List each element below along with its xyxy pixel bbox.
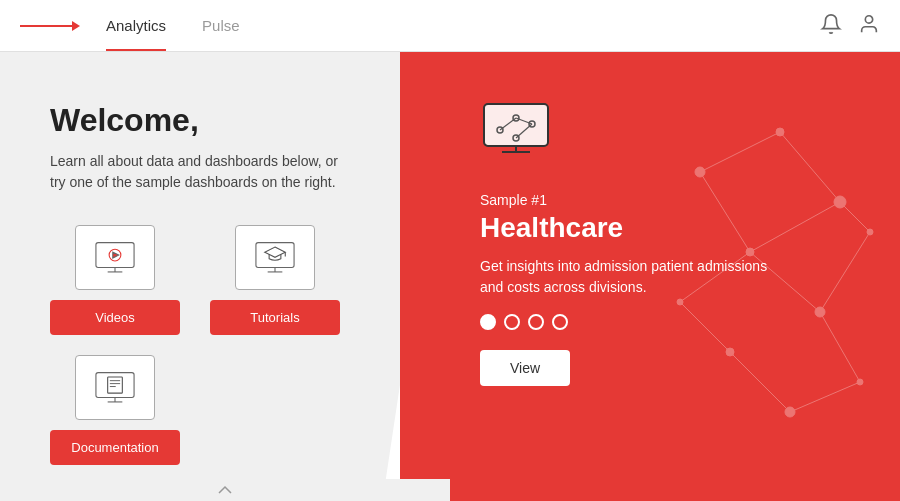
svg-rect-42 [484,104,548,146]
svg-point-2 [865,15,872,22]
right-content: Sample #1 Healthcare Get insights into a… [400,52,900,426]
svg-marker-1 [72,21,80,31]
svg-rect-8 [256,242,294,267]
sample-desc: Get insights into admission patient admi… [480,256,790,298]
left-panel: Welcome, Learn all about data and dashbo… [0,52,450,501]
bell-icon[interactable] [820,13,842,39]
tab-pulse[interactable]: Pulse [184,0,258,51]
videos-icon-box [75,225,155,290]
sample-title: Healthcare [480,212,850,244]
view-button[interactable]: View [480,350,570,386]
sample-number: Sample #1 [480,192,850,208]
chevron-up-icon [217,485,233,495]
documentation-icon-box [75,355,155,420]
main-content: Welcome, Learn all about data and dashbo… [0,52,900,501]
tutorials-button[interactable]: Tutorials [210,300,340,335]
svg-marker-11 [265,247,286,257]
welcome-desc: Learn all about data and dashboards belo… [50,151,340,193]
scroll-indicator [0,479,450,501]
right-panel: Sample #1 Healthcare Get insights into a… [400,52,900,501]
documentation-item: Documentation [50,355,180,465]
tab-analytics[interactable]: Analytics [88,0,184,51]
sample-monitor-icon [480,102,850,174]
dot-4[interactable] [552,314,568,330]
svg-marker-7 [113,252,119,258]
documentation-button[interactable]: Documentation [50,430,180,465]
videos-button[interactable]: Videos [50,300,180,335]
svg-rect-13 [96,372,134,397]
nav-arrow [20,16,80,36]
header: Analytics Pulse [0,0,900,52]
svg-rect-16 [108,377,123,393]
tutorials-icon-box [235,225,315,290]
dot-1[interactable] [480,314,496,330]
user-icon[interactable] [858,13,880,39]
nav-tabs: Analytics Pulse [88,0,258,51]
welcome-title: Welcome, [50,102,400,139]
carousel-dots [480,314,850,330]
header-icons [820,13,880,39]
videos-item: Videos [50,225,180,335]
tutorials-item: Tutorials [210,225,340,335]
icon-grid: Videos Tutorials [50,225,400,465]
dot-3[interactable] [528,314,544,330]
dot-2[interactable] [504,314,520,330]
